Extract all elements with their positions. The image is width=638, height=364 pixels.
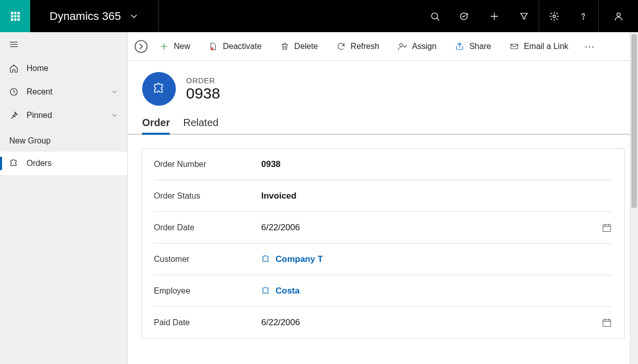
gear-icon	[549, 11, 559, 21]
svg-rect-18	[511, 44, 518, 48]
order-number-value[interactable]: 0938	[261, 159, 612, 169]
record-title: 0938	[186, 85, 220, 102]
share-button[interactable]: Share	[448, 38, 498, 55]
share-icon	[455, 42, 464, 51]
order-number-label: Order Number	[154, 160, 261, 169]
refresh-button[interactable]: Refresh	[329, 38, 386, 55]
refresh-label: Refresh	[351, 42, 379, 51]
sidebar-orders-label: Orders	[27, 159, 52, 168]
deactivate-icon	[209, 42, 218, 51]
paid-date-label: Paid Date	[154, 318, 261, 327]
svg-rect-7	[14, 18, 16, 20]
scrollbar-thumb[interactable]	[631, 34, 637, 208]
sidebar-home-label: Home	[27, 64, 49, 73]
filter-button[interactable]	[509, 0, 539, 32]
employee-link-text: Costa	[276, 286, 300, 296]
field-order-number: Order Number 0938	[154, 149, 612, 180]
form-card: Order Number 0938 Order Status Invoiced …	[141, 148, 625, 339]
new-button[interactable]: New	[152, 38, 197, 55]
order-status-label: Order Status	[154, 191, 261, 201]
sidebar-orders[interactable]: Orders	[0, 152, 127, 175]
calendar-icon	[602, 223, 612, 233]
field-order-date: Order Date 6/22/2006	[154, 212, 612, 244]
svg-rect-2	[17, 12, 19, 14]
assign-button[interactable]: Assign	[391, 38, 444, 55]
new-label: New	[174, 42, 190, 51]
delete-button[interactable]: Delete	[273, 38, 325, 55]
app-launcher-button[interactable]	[0, 0, 30, 32]
assign-label: Assign	[412, 42, 437, 51]
svg-point-17	[400, 43, 403, 46]
order-date-picker[interactable]	[602, 223, 612, 233]
customer-link-text: Company T	[276, 254, 323, 264]
pin-icon	[9, 111, 18, 120]
hamburger-icon	[9, 40, 18, 49]
task-button[interactable]	[450, 0, 480, 32]
field-customer: Customer Company T	[154, 244, 612, 275]
sidebar-home[interactable]: Home	[0, 57, 127, 80]
scrollbar[interactable]	[630, 32, 638, 364]
home-icon	[9, 64, 18, 73]
settings-button[interactable]	[539, 0, 568, 32]
brand-switcher[interactable]: Dynamics 365	[30, 0, 159, 32]
email-icon	[510, 42, 519, 51]
svg-point-12	[583, 18, 583, 19]
chevron-down-icon	[111, 88, 118, 95]
record-header: ORDER 0938	[128, 61, 638, 113]
paid-date-value[interactable]: 6/22/2006	[261, 318, 602, 328]
person-icon	[613, 11, 624, 21]
form: Order Number 0938 Order Status Invoiced …	[128, 135, 638, 364]
sidebar-pinned-label: Pinned	[27, 111, 52, 120]
chevron-down-icon	[111, 112, 118, 119]
order-date-value[interactable]: 6/22/2006	[261, 223, 602, 233]
puzzle-icon	[152, 82, 166, 95]
refresh-icon	[336, 42, 346, 51]
svg-rect-0	[11, 12, 13, 14]
sidebar-pinned[interactable]: Pinned	[0, 104, 127, 127]
field-order-status: Order Status Invoiced	[154, 180, 612, 212]
waffle-icon	[10, 11, 21, 22]
more-commands-button[interactable]: ⋯	[580, 40, 600, 53]
order-status-value[interactable]: Invoiced	[261, 191, 612, 201]
back-button[interactable]	[134, 39, 148, 54]
assign-icon	[398, 42, 407, 51]
svg-point-13	[617, 13, 620, 16]
puzzle-icon	[261, 286, 270, 296]
sidebar-toggle[interactable]	[0, 32, 127, 57]
puzzle-icon	[261, 255, 270, 264]
customer-label: Customer	[154, 255, 261, 264]
field-employee: Employee Costa	[154, 275, 612, 307]
clock-icon	[9, 87, 18, 96]
svg-rect-1	[14, 12, 16, 14]
order-date-label: Order Date	[154, 223, 261, 232]
tabs: Order Related	[128, 113, 638, 135]
record-avatar	[142, 72, 176, 106]
help-icon	[578, 11, 588, 21]
svg-rect-3	[11, 15, 13, 17]
field-paid-date: Paid Date 6/22/2006	[154, 307, 612, 338]
task-icon	[460, 11, 470, 21]
search-button[interactable]	[420, 0, 450, 32]
svg-point-11	[553, 15, 555, 17]
customer-value[interactable]: Company T	[261, 254, 612, 264]
add-button[interactable]	[480, 0, 509, 32]
svg-rect-20	[603, 320, 611, 326]
email-button[interactable]: Email a Link	[503, 38, 576, 55]
deactivate-button[interactable]: Deactivate	[201, 38, 269, 55]
tab-related[interactable]: Related	[183, 113, 218, 134]
brand-label: Dynamics 365	[50, 10, 121, 23]
sidebar-group-label: New Group	[0, 127, 127, 152]
main: New Deactivate Delete Refresh Assign Sha…	[128, 32, 638, 364]
email-label: Email a Link	[524, 42, 568, 51]
employee-value[interactable]: Costa	[261, 286, 612, 296]
account-button[interactable]	[598, 0, 638, 32]
tab-order[interactable]: Order	[142, 113, 170, 134]
paid-date-picker[interactable]	[602, 318, 612, 328]
calendar-icon	[602, 318, 612, 328]
help-button[interactable]	[568, 0, 598, 32]
funnel-icon	[519, 11, 529, 21]
sidebar-recent[interactable]: Recent	[0, 80, 127, 104]
delete-label: Delete	[294, 42, 318, 51]
chevron-down-icon	[129, 11, 139, 21]
svg-rect-8	[17, 18, 19, 20]
